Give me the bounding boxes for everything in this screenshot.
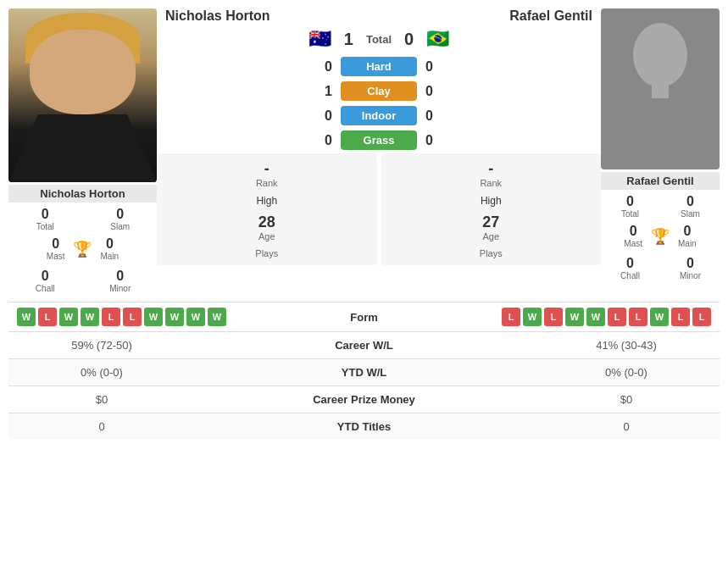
silhouette-svg bbox=[601, 8, 720, 169]
right-main-label: Main bbox=[678, 239, 697, 248]
form-badge-l: L bbox=[544, 308, 563, 326]
left-total-cell: 0 Total bbox=[8, 205, 82, 233]
top-area: Nicholas Horton 0 Total 0 Slam 0 Mast 🏆 bbox=[8, 8, 720, 295]
form-badge-w: W bbox=[81, 308, 99, 326]
ytd-titles-label: YTD Titles bbox=[186, 420, 542, 433]
right-slam-value: 0 bbox=[661, 194, 720, 209]
form-badge-w: W bbox=[565, 308, 584, 326]
form-badge-w: W bbox=[59, 308, 78, 326]
right-form-badges: LWLWWLLWLL bbox=[502, 308, 711, 326]
form-label: Form bbox=[350, 311, 378, 324]
svg-rect-1 bbox=[652, 83, 669, 98]
right-total-label: Total bbox=[601, 209, 659, 219]
left-ytd-wl: 0% (0-0) bbox=[17, 366, 186, 379]
left-flag: 🇦🇺 bbox=[308, 28, 331, 50]
right-age-label: Age bbox=[482, 231, 499, 241]
right-chall-label: Chall bbox=[601, 271, 659, 280]
surface-row-hard: 0 Hard 0 bbox=[157, 57, 601, 76]
right-ytd-titles: 0 bbox=[542, 420, 711, 433]
right-age-item: 27 Age bbox=[482, 214, 499, 241]
right-chall-value: 0 bbox=[601, 256, 659, 271]
left-stats-card: - Rank High 28 Age Plays bbox=[157, 153, 377, 265]
main-container: Nicholas Horton 0 Total 0 Slam 0 Mast 🏆 bbox=[0, 0, 728, 448]
left-prize: $0 bbox=[17, 393, 186, 406]
left-age-item: 28 Age bbox=[258, 214, 275, 241]
right-main-cell: 0 Main bbox=[678, 222, 697, 250]
indoor-btn: Indoor bbox=[341, 106, 417, 125]
left-grass-val: 0 bbox=[307, 133, 332, 148]
left-chall-cell: 0 Chall bbox=[8, 267, 82, 295]
right-minor-cell: 0 Minor bbox=[661, 254, 720, 282]
left-ytd-titles: 0 bbox=[17, 420, 186, 433]
right-age-value: 27 bbox=[482, 214, 499, 231]
right-stats-card: - Rank High 27 Age Plays bbox=[381, 153, 602, 265]
surface-row-grass: 0 Grass 0 bbox=[157, 130, 601, 150]
form-badge-w: W bbox=[17, 308, 36, 326]
hard-btn: Hard bbox=[341, 57, 417, 76]
form-badge-l: L bbox=[671, 308, 690, 326]
left-slam-value: 0 bbox=[84, 207, 158, 222]
form-badge-l: L bbox=[38, 308, 57, 326]
left-player-name-badge: Nicholas Horton bbox=[8, 185, 157, 203]
right-flag: 🇧🇷 bbox=[426, 28, 449, 50]
left-trophy-icon: 🏆 bbox=[73, 240, 92, 258]
left-main-value: 0 bbox=[100, 236, 119, 252]
form-badge-w: W bbox=[186, 308, 205, 326]
left-main-cell: 0 Main bbox=[100, 235, 119, 263]
left-minor-cell: 0 Minor bbox=[84, 267, 158, 295]
form-badge-l: L bbox=[123, 308, 142, 326]
right-high-item: High bbox=[481, 195, 502, 207]
left-player-photo bbox=[8, 8, 157, 182]
left-rank-label: Rank bbox=[256, 178, 278, 188]
right-stats-grid: 0 Total 0 Slam bbox=[601, 192, 720, 220]
career-wl-row: 59% (72-50) Career W/L 41% (30-43) bbox=[8, 331, 720, 358]
left-total-label: Total bbox=[8, 222, 82, 231]
left-header-name: Nicholas Horton bbox=[157, 8, 379, 24]
right-mast-label: Mast bbox=[624, 239, 642, 248]
left-hard-val: 0 bbox=[307, 59, 332, 75]
right-plays-item: Plays bbox=[480, 248, 503, 258]
flags-total-row: 🇦🇺 1 Total 0 🇧🇷 bbox=[157, 28, 601, 50]
form-badge-w: W bbox=[165, 308, 184, 326]
right-trophy-icon: 🏆 bbox=[651, 227, 670, 246]
form-badge-w: W bbox=[586, 308, 605, 326]
left-mast-cell: 0 Mast bbox=[47, 235, 65, 263]
right-clay-val: 0 bbox=[425, 84, 451, 99]
right-total-header: 0 bbox=[404, 30, 414, 49]
form-badge-l: L bbox=[502, 308, 520, 326]
left-minor-label: Minor bbox=[84, 284, 158, 293]
left-stats-grid2: 0 Chall 0 Minor bbox=[8, 267, 157, 295]
right-mast-value: 0 bbox=[624, 224, 642, 239]
player-name-headers: Nicholas Horton Rafael Gentil bbox=[157, 8, 601, 24]
right-minor-label: Minor bbox=[661, 271, 720, 280]
left-age-label: Age bbox=[258, 231, 275, 241]
right-minor-value: 0 bbox=[661, 256, 720, 271]
right-main-value: 0 bbox=[678, 224, 697, 239]
left-main-label: Main bbox=[100, 252, 119, 261]
right-player-name-badge: Rafael Gentil bbox=[601, 172, 720, 190]
right-rank-value: - bbox=[480, 160, 502, 178]
left-stats-grid: 0 Total 0 Slam bbox=[8, 205, 157, 233]
surface-row-clay: 1 Clay 0 bbox=[157, 81, 601, 101]
left-chall-value: 0 bbox=[8, 269, 82, 284]
left-total-header: 1 bbox=[344, 30, 353, 49]
career-wl-label: Career W/L bbox=[186, 339, 542, 352]
left-mast-value: 0 bbox=[47, 236, 65, 252]
surface-rows: 0 Hard 0 1 Clay 0 0 Indoor 0 bbox=[157, 57, 601, 150]
surface-row-indoor: 0 Indoor 0 bbox=[157, 106, 601, 125]
left-form-badges: WLWWLLWWWW bbox=[17, 308, 226, 326]
right-player-photo bbox=[601, 8, 720, 169]
total-center-label: Total bbox=[366, 33, 392, 46]
right-hard-val: 0 bbox=[425, 59, 451, 75]
right-player-section: Rafael Gentil 0 Total 0 Slam 0 Mast 🏆 bbox=[601, 8, 720, 282]
right-stats-grid2: 0 Chall 0 Minor bbox=[601, 254, 720, 282]
form-badge-w: W bbox=[650, 308, 669, 326]
prize-row: $0 Career Prize Money $0 bbox=[8, 386, 720, 413]
left-plays-label: Plays bbox=[255, 248, 278, 258]
left-age-value: 28 bbox=[258, 214, 275, 231]
right-chall-cell: 0 Chall bbox=[601, 254, 659, 282]
right-indoor-val: 0 bbox=[425, 108, 451, 124]
right-total-cell: 0 Total bbox=[601, 192, 659, 220]
right-rank-label: Rank bbox=[480, 178, 502, 188]
left-player-section: Nicholas Horton 0 Total 0 Slam 0 Mast 🏆 bbox=[8, 8, 157, 295]
